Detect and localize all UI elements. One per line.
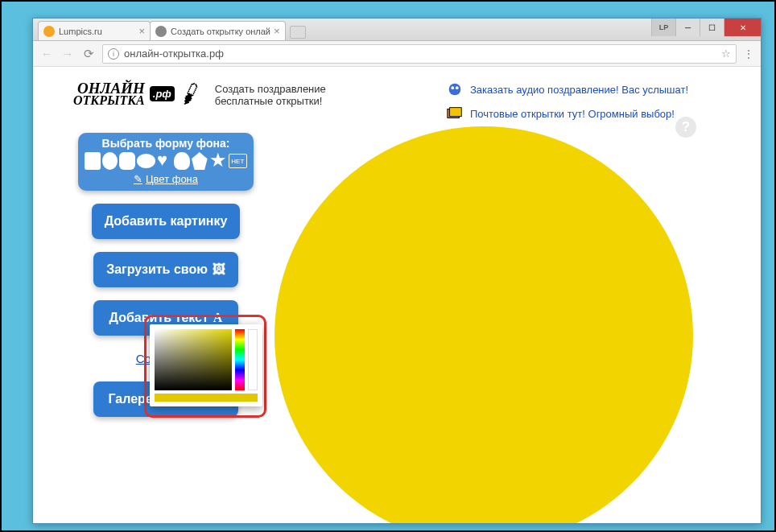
logo-text: ОНЛАЙН ОТКРЫТКА (73, 81, 145, 106)
titlebar: Lumpics.ru × Создать открытку онлай × LP… (33, 19, 761, 41)
browser-tab[interactable]: Lumpics.ru × (38, 21, 151, 40)
site-logo[interactable]: ОНЛАЙН ОТКРЫТКА .рф 🖌 (73, 81, 200, 106)
saturation-area[interactable] (155, 329, 232, 390)
page-viewport: ОНЛАЙН ОТКРЫТКА .рф 🖌 Создать поздравлен… (33, 67, 761, 523)
shape-heart[interactable]: ♥ (157, 152, 173, 170)
help-button[interactable]: ? (675, 117, 696, 138)
slogan: Создать поздравление бесплатные открытки… (215, 83, 326, 107)
window-controls: LP ─ ☐ ✕ (651, 19, 761, 36)
svg-point-2 (456, 86, 459, 89)
logo-badge: .рф (150, 86, 175, 101)
shape-pentagon[interactable] (192, 152, 208, 170)
svg-point-0 (449, 84, 461, 96)
promo-audio-link[interactable]: Заказать аудио поздравление! Вас услышат… (470, 84, 688, 96)
background-color-link[interactable]: Цвет фона (85, 173, 247, 185)
new-tab-button[interactable] (290, 26, 306, 39)
content-area: ? Выбрать форму фона: ♥ ★ НЕТ (33, 126, 761, 423)
browser-tab[interactable]: Создать открытку онлай × (150, 21, 286, 40)
address-bar: ← → ⟳ i онлайн-открытка.рф ☆ ⋮ (33, 41, 761, 67)
url-text: онлайн-открытка.рф (124, 47, 721, 60)
card-background-shape[interactable] (274, 126, 693, 523)
site-info-icon[interactable]: i (108, 48, 119, 60)
shape-circle[interactable] (102, 152, 118, 170)
svg-point-1 (451, 86, 454, 89)
favicon-icon (155, 26, 167, 37)
tab-title: Создать открытку онлай (171, 27, 270, 36)
url-input[interactable]: i онлайн-открытка.рф ☆ (102, 44, 737, 64)
close-icon[interactable]: × (274, 25, 280, 37)
back-button[interactable]: ← (39, 47, 54, 61)
forward-button[interactable]: → (60, 47, 75, 61)
maximize-button[interactable]: ☐ (700, 19, 724, 36)
shape-rounded-square[interactable] (119, 152, 135, 170)
promo-audio: Заказать аудио поздравление! Вас услышат… (446, 81, 688, 97)
add-image-button[interactable]: Добавить картинку (92, 204, 241, 239)
tab-strip: Lumpics.ru × Создать открытку онлай × (38, 18, 306, 40)
upload-own-button[interactable]: Загрузить свою 🖼 (93, 252, 238, 287)
shape-oval[interactable] (137, 154, 155, 168)
canvas-area: ? (258, 110, 761, 423)
browser-window: Lumpics.ru × Создать открытку онлай × LP… (32, 18, 762, 524)
shape-selector-panel: Выбрать форму фона: ♥ ★ НЕТ Цвет фона (78, 133, 254, 191)
phone-icon (446, 81, 464, 97)
profile-button[interactable]: LP (651, 19, 675, 36)
color-picker-popup (150, 324, 262, 406)
brush-icon: 🖌 (175, 79, 204, 109)
browser-menu-button[interactable]: ⋮ (743, 47, 754, 60)
alpha-slider[interactable] (248, 329, 258, 390)
tab-title: Lumpics.ru (59, 27, 135, 36)
selected-color-swatch[interactable] (155, 394, 258, 402)
minimize-button[interactable]: ─ (675, 19, 700, 36)
text-icon: A (213, 311, 223, 325)
shape-row: ♥ ★ НЕТ (85, 152, 247, 170)
shape-square[interactable] (85, 152, 101, 170)
image-icon: 🖼 (213, 262, 225, 277)
close-icon[interactable]: × (138, 25, 145, 37)
shape-none[interactable]: НЕТ (229, 154, 247, 168)
hue-slider[interactable] (235, 329, 245, 390)
window-close-button[interactable]: ✕ (724, 19, 761, 36)
bookmark-icon[interactable]: ☆ (721, 47, 731, 60)
reload-button[interactable]: ⟳ (81, 47, 96, 61)
shape-panel-title: Выбрать форму фона: (85, 137, 247, 150)
favicon-icon (43, 26, 55, 37)
shape-cloud[interactable] (174, 152, 190, 170)
shape-star[interactable]: ★ (209, 152, 227, 170)
